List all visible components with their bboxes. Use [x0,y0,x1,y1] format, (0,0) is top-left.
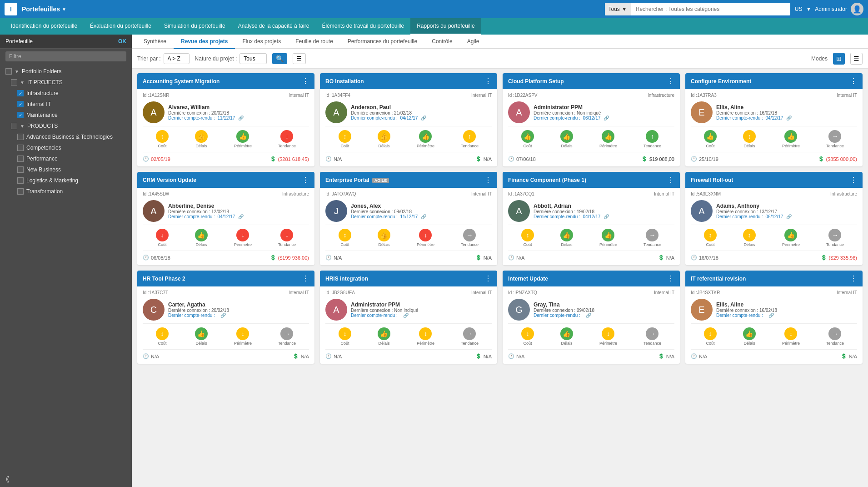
checkbox[interactable] [11,79,17,85]
card-menu-button[interactable]: ⋮ [302,274,309,283]
nature-select[interactable]: TousInterneExterne [239,53,267,64]
tab-contrôle[interactable]: Contrôle [424,35,459,49]
user-region[interactable]: US [795,6,803,12]
tab-performances-du-portefeuille[interactable]: Performances du portefeuille [340,35,424,49]
person-last-report[interactable]: Dernier compte-rendu : 04/12/17 🔗 [534,214,674,219]
card-menu-button[interactable]: ⋮ [850,77,857,85]
card-menu-button[interactable]: ⋮ [850,274,857,283]
sidebar-ok-button[interactable]: OK [118,38,126,45]
tree-item[interactable]: Performance [0,153,132,164]
card-title[interactable]: IT referential revision [691,276,850,282]
card-title[interactable]: Configure Environment [691,78,850,85]
tab-synthèse[interactable]: Synthèse [136,35,174,49]
user-avatar[interactable]: 👤 [851,3,863,15]
card-title[interactable]: Cloud Platform Setup [508,78,667,85]
person-last-report[interactable]: Dernier compte-rendu : 04/12/17 🔗 [716,115,857,120]
indicator-label: Tendance [826,341,844,346]
search-category-selector[interactable]: Tous ▼ [605,3,631,15]
card-menu-button[interactable]: ⋮ [302,176,309,184]
tree-item[interactable]: New Business [0,164,132,175]
search-input[interactable] [631,3,790,15]
checkbox[interactable] [17,188,24,195]
second-nav-item[interactable]: Simulation du portefeuille [158,18,232,35]
indicator-icon: 👍 [195,229,208,241]
card-menu-button[interactable]: ⋮ [302,77,309,85]
tree-item[interactable]: Internal IT [0,99,132,110]
checkbox[interactable] [5,68,12,75]
checkbox[interactable] [11,123,17,129]
card-title[interactable]: BO Installation [325,78,484,85]
card-menu-button[interactable]: ⋮ [667,176,674,184]
sidebar-filter-input[interactable] [5,51,126,61]
card-title[interactable]: Accounting System Migration [143,78,302,85]
tree-item[interactable]: Logistics & Marketing [0,175,132,186]
sidebar-collapse-button[interactable]: ⟪ [5,475,10,483]
person-info: Ellis, AlineDernière connexion : 16/02/1… [716,301,857,318]
person-last-report[interactable]: Dernier compte-rendu : 11/12/17 🔗 [168,115,309,120]
card-title[interactable]: Internet Update [508,276,667,282]
person-last-report[interactable]: Dernier compte-rendu : 🔗 [716,313,857,318]
second-nav-item[interactable]: Analyse de la capacité à faire [232,18,316,35]
card-title[interactable]: Enterprise PortalAGILE [325,177,484,183]
tree-item[interactable]: Infrastructure [0,88,132,99]
card-title[interactable]: Finance Component (Phase 1) [508,177,667,183]
tree-item[interactable]: Transformation [0,186,132,197]
grid-view-button[interactable]: ⊞ [833,53,845,65]
card-amount: 💲 N/A [475,255,492,261]
sort-select[interactable]: A > ZZ > ADatePriorité [164,53,190,64]
checkbox[interactable] [17,101,24,107]
person-last-report[interactable]: Dernier compte-rendu : 06/12/17 🔗 [716,214,857,219]
tab-revue-des-projets[interactable]: Revue des projets [174,35,235,49]
tree-item[interactable]: ▼PRODUCTS [0,120,132,131]
card-menu-button[interactable]: ⋮ [667,274,674,283]
second-nav-item[interactable]: Éléments de travail du portefeuille [315,18,410,35]
person-last-report[interactable]: Dernier compte-rendu : 11/12/17 🔗 [351,214,492,219]
checkbox[interactable] [17,156,24,162]
person-last-report[interactable]: Dernier compte-rendu : 🔗 [168,313,309,318]
card-menu-button[interactable]: ⋮ [850,176,857,184]
tab-feuille-de-route[interactable]: Feuille de route [288,35,340,49]
person-avatar: A [143,200,165,222]
checkbox[interactable] [17,177,24,184]
tree-arrow: ▼ [20,124,25,129]
card-menu-button[interactable]: ⋮ [484,176,492,184]
person-last-report[interactable]: Dernier compte-rendu : 04/12/17 🔗 [168,214,309,219]
card-header: Cloud Platform Setup⋮ [503,73,680,89]
person-last-report[interactable]: Dernier compte-rendu : 🔗 [351,313,492,318]
card-title[interactable]: HRIS integration [325,276,484,282]
search-button[interactable]: 🔍 [272,53,287,64]
tree-item[interactable]: ▼IT PROJECTS [0,77,132,88]
tree-item[interactable]: Advanced Business & Technologies [0,131,132,142]
person-last-report[interactable]: Dernier compte-rendu : 06/12/17 🔗 [534,115,674,120]
tree-item[interactable]: Maintenance [0,110,132,120]
indicator-item: ↕Périmètre [782,327,800,346]
tree-item[interactable]: ▼Portfolio Folders [0,66,132,77]
card-title[interactable]: HR Tool Phase 2 [143,276,302,282]
checkbox[interactable] [17,145,24,151]
second-nav-item[interactable]: Évaluation du portefeuille [84,18,158,35]
person-last-login: Dernière connexion : Non indiqué [534,110,674,115]
app-title[interactable]: Portefeuilles ▼ [22,5,66,13]
tree-item[interactable]: Competencies [0,142,132,153]
list-view-button[interactable]: ☰ [850,53,863,65]
checkbox[interactable] [17,134,24,140]
tab-flux-des-projets[interactable]: Flux des projets [235,35,288,49]
card-title[interactable]: CRM Version Update [143,177,302,183]
person-last-report[interactable]: Dernier compte-rendu : 04/12/17 🔗 [351,115,492,120]
second-nav-item[interactable]: Identification du portefeuille [5,18,84,35]
filter-button[interactable]: ☰ [293,53,306,64]
second-nav-item[interactable]: Rapports du portefeuille [410,18,481,35]
indicator-item: 👍Coût [521,130,534,148]
card-menu-button[interactable]: ⋮ [484,274,492,283]
checkbox[interactable] [17,166,24,173]
card-title[interactable]: Firewall Roll-out [691,177,850,183]
card-menu-button[interactable]: ⋮ [484,77,492,85]
indicator-icon: ↕ [339,327,351,340]
tab-agile[interactable]: Agile [460,35,487,49]
person-last-report[interactable]: Dernier compte-rendu : 🔗 [534,313,674,318]
card-body: Id :1A37C7TInternal ITCCarter, AgathaDer… [137,286,314,364]
checkbox[interactable] [17,90,24,96]
indicator-icon: 👍 [195,130,208,143]
card-menu-button[interactable]: ⋮ [667,77,674,85]
checkbox[interactable] [17,112,24,118]
